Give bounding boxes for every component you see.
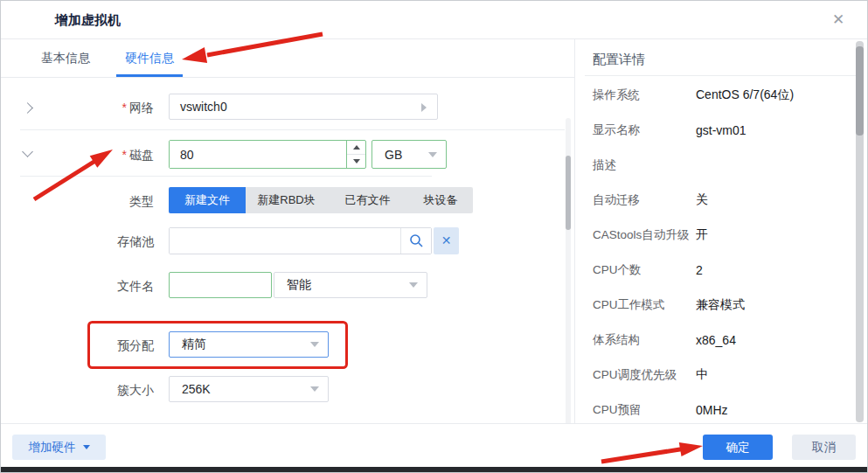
spinner-down-button[interactable] [347,155,365,168]
disk-type-segmented-control: 新建文件 新建RBD块 已有文件 块设备 [169,187,473,213]
clear-icon: ✕ [441,233,452,247]
caret-up-icon [353,145,360,150]
left-scrollbar-track [566,118,571,457]
spinner-up-button[interactable] [347,141,365,155]
detail-row: CPU工作模式兼容模式 [593,288,846,323]
dialog-header: 增加虚拟机 ✕ [1,1,867,39]
detail-row: CPU调度优先级中 [593,358,846,393]
dialog-footer: 增加硬件 确定 取消 [1,423,867,467]
config-details-panel: 配置详情 操作系统CentOS 6/7(64位) 显示名称gst-vm01 描述… [576,39,868,423]
detail-row: CPU预留0MHz [593,393,846,423]
disk-label: *磁盘 [36,148,154,163]
disk-unit-select[interactable]: GB [372,140,447,169]
caret-down-icon [428,152,437,157]
filename-input[interactable] [169,272,272,298]
tab-bar: 基本信息 硬件信息 [1,39,574,78]
detail-row: 操作系统CentOS 6/7(64位) [593,78,846,113]
chevron-down-icon[interactable] [22,146,33,157]
add-vm-dialog: 增加虚拟机 ✕ 基本信息 硬件信息 *网络 vswitch0 *磁盘 GB [0,0,868,473]
right-scrollbar-track [856,41,864,422]
detail-row: 描述 [593,148,846,183]
network-select[interactable]: vswitch0 [169,94,438,120]
search-icon [409,233,424,248]
config-details-title: 配置详情 [593,52,645,68]
caret-down-icon [83,445,90,449]
detail-row: 自动迁移关 [593,183,846,218]
type-option-new-rbd[interactable]: 新建RBD块 [246,187,327,213]
cluster-size-label: 簇大小 [36,383,154,399]
detail-row: CPU个数2 [593,253,846,288]
chevron-right-icon[interactable] [22,102,33,114]
search-button[interactable] [400,228,431,254]
disk-size-input[interactable] [170,141,343,168]
spinner [346,141,365,168]
caret-down-icon [409,282,418,288]
hardware-form-panel: 基本信息 硬件信息 *网络 vswitch0 *磁盘 GB 类型 [1,39,575,423]
cluster-size-value: 256K [182,382,211,396]
divider [20,129,565,130]
add-hardware-button[interactable]: 增加硬件 [12,435,106,460]
add-hardware-label: 增加硬件 [29,440,76,456]
disk-size-stepper [169,140,366,169]
required-mark: * [122,148,127,162]
caret-down-icon [353,159,360,163]
type-option-block-device[interactable]: 块设备 [408,187,473,213]
network-label: *网络 [36,101,154,116]
filename-mode-select[interactable]: 智能 [274,272,427,298]
left-scrollbar-thumb[interactable] [566,156,571,230]
config-details-list: 操作系统CentOS 6/7(64位) 显示名称gst-vm01 描述 自动迁移… [593,78,846,423]
required-mark: * [122,101,127,115]
tab-basic-info[interactable]: 基本信息 [32,39,99,77]
storage-pool-input[interactable] [170,228,400,254]
filename-label: 文件名 [36,279,154,295]
type-option-existing-file[interactable]: 已有文件 [327,187,408,213]
prealloc-label: 预分配 [36,338,154,354]
storage-pool-label: 存储池 [36,234,154,250]
tab-hardware-info[interactable]: 硬件信息 [116,39,183,77]
network-value: vswitch0 [180,100,227,114]
dialog-title: 增加虚拟机 [55,1,121,39]
ok-button[interactable]: 确定 [703,435,773,460]
type-option-new-file[interactable]: 新建文件 [169,187,246,213]
prealloc-value: 精简 [182,337,206,352]
dialog-bottom-edge [1,467,867,472]
close-icon[interactable]: ✕ [829,10,848,30]
divider [20,176,432,177]
detail-row: 体系结构x86_64 [593,323,846,358]
divider [585,75,857,76]
detail-row: CAStools自动升级开 [593,218,846,253]
filename-mode-value: 智能 [287,277,311,293]
cancel-button[interactable]: 取消 [792,435,856,460]
caret-down-icon [310,342,319,347]
right-scrollbar-thumb[interactable] [856,46,864,136]
storage-pool-field [169,227,432,254]
prealloc-select[interactable]: 精简 [169,331,329,358]
caret-down-icon [310,386,319,392]
cluster-size-select[interactable]: 256K [169,376,329,402]
type-label: 类型 [36,194,154,210]
caret-right-icon [421,103,427,112]
clear-button[interactable]: ✕ [434,227,459,254]
detail-row: 显示名称gst-vm01 [593,113,846,148]
disk-unit-value: GB [385,148,402,162]
